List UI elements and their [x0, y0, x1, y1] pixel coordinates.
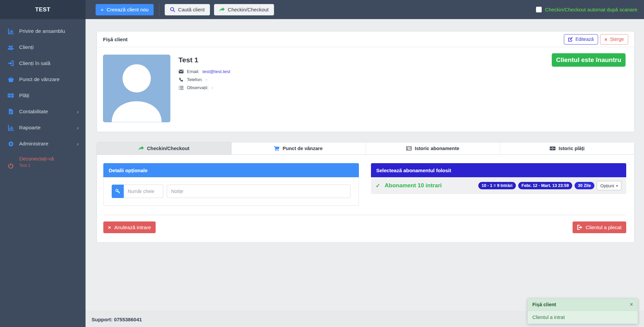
main-area: + Creează client nou Caută client Checki… — [86, 0, 644, 327]
optional-details-header: Detalii opționale — [103, 163, 359, 177]
notes-label: Observații: — [187, 85, 209, 90]
optional-details-panel: Detalii opționale — [103, 163, 359, 206]
caret-down-icon: ▾ — [616, 184, 618, 188]
sidebar-item-label: Punct de vânzare — [19, 76, 60, 82]
sidebar-item-clients-in-gym[interactable]: Clienți în sală — [0, 55, 86, 71]
avatar — [103, 55, 170, 122]
sign-in-icon — [7, 61, 15, 66]
sidebar-item-label: Plăți — [19, 92, 29, 99]
options-dropdown-button[interactable]: Opțiuni ▾ — [597, 181, 622, 190]
redo-arrow-icon — [139, 146, 144, 151]
tab-payment-history[interactable]: Istoric plăți — [500, 142, 634, 154]
auto-checkin-group: Checkin/Checkout automat după scanare — [536, 7, 637, 12]
chevron-left-icon: ‹ — [77, 125, 79, 131]
key-button[interactable] — [112, 185, 124, 198]
client-card-body: Test 1 Email: test@test.test — [97, 47, 634, 132]
divider — [103, 215, 626, 215]
sidebar: TEST Privire de ansamblu Clienți Clienți… — [0, 0, 86, 327]
basket-icon — [7, 77, 15, 82]
power-icon — [7, 157, 15, 175]
email-label: Email: — [187, 69, 200, 74]
tab-checkin-checkout[interactable]: Checkin/Checkout — [97, 142, 231, 154]
topbar: + Creează client nou Caută client Checki… — [86, 0, 644, 19]
close-icon: × — [604, 37, 607, 42]
search-client-button[interactable]: Caută client — [165, 4, 210, 15]
content: Fișă client Editează × Șterge — [86, 19, 644, 312]
topbar-divider — [159, 4, 159, 16]
days-badge: 30 Zile — [575, 182, 594, 189]
client-left-button[interactable]: Clientul a plecat — [573, 221, 626, 233]
sidebar-item-admin[interactable]: Administrare ‹ — [0, 136, 86, 152]
toast-message: Clientul a intrat — [528, 311, 638, 324]
auto-checkin-checkbox[interactable] — [536, 7, 542, 12]
sidebar-item-reports[interactable]: Rapoarte ‹ — [0, 120, 86, 136]
cart-icon — [274, 146, 279, 151]
support-text: Support: 0755386041 — [92, 317, 142, 322]
sidebar-item-clients[interactable]: Clienți — [0, 39, 86, 55]
id-card-icon — [406, 146, 412, 150]
edit-button[interactable]: Editează — [564, 34, 598, 45]
tab-subscription-history[interactable]: Istoric abonamente — [366, 142, 500, 154]
gear-icon — [7, 141, 15, 147]
sidebar-item-label: Administrare — [19, 141, 48, 147]
key-number-input[interactable] — [124, 185, 163, 198]
phone-value: - — [206, 77, 207, 82]
tab-pos[interactable]: Punct de vânzare — [231, 142, 366, 154]
brand-title: TEST — [0, 0, 86, 19]
sign-out-icon — [577, 225, 582, 230]
edit-icon — [568, 37, 573, 42]
search-icon — [170, 7, 175, 12]
sidebar-item-logout[interactable]: Deconectați-vă Test 1 — [0, 156, 86, 175]
sidebar-item-pos[interactable]: Punct de vânzare — [0, 71, 86, 87]
envelope-icon — [178, 70, 184, 73]
phone-row: Telefon: - — [178, 77, 230, 82]
subscription-panel: Selectează abonamentul folosit ✓ Aboname… — [371, 163, 627, 194]
notes-input[interactable] — [167, 185, 351, 198]
create-client-button[interactable]: + Creează client nou — [96, 4, 154, 15]
money-icon — [550, 146, 555, 150]
notification-toast: Fișă client × Clientul a intrat — [527, 298, 638, 324]
plus-icon: + — [101, 7, 104, 12]
chevron-left-icon: ‹ — [77, 141, 79, 147]
sidebar-item-label: Clienți — [19, 44, 34, 50]
bar-chart-icon — [7, 28, 15, 34]
file-icon — [7, 109, 15, 114]
check-icon: ✓ — [376, 182, 380, 189]
email-link[interactable]: test@test.test — [203, 69, 230, 74]
money-icon — [7, 93, 15, 97]
redo-arrow-icon — [219, 7, 225, 12]
sidebar-item-label: Privire de ansamblu — [19, 28, 65, 34]
sidebar-item-label: Contabilitate — [19, 109, 48, 115]
subscription-item[interactable]: ✓ Abonament 10 intrari 10 - 1 = 9 Intrăr… — [371, 177, 627, 194]
phone-label: Telefon: — [187, 77, 203, 82]
tab-bar: Checkin/Checkout Punct de vânzare Istori… — [97, 142, 634, 155]
page-title: Fișă client — [103, 37, 127, 42]
sidebar-item-accounting[interactable]: Contabilitate ‹ — [0, 104, 86, 120]
client-name: Test 1 — [178, 56, 230, 64]
sidebar-item-overview[interactable]: Privire de ansamblu — [0, 23, 86, 39]
status-badge: Clientul este înauntru — [552, 53, 626, 67]
logout-username: Test 1 — [19, 163, 54, 168]
tabs-card: Checkin/Checkout Punct de vânzare Istori… — [97, 142, 635, 243]
key-icon — [115, 189, 120, 194]
email-row: Email: test@test.test — [178, 69, 230, 74]
close-icon[interactable]: × — [630, 302, 633, 307]
close-icon: × — [108, 224, 111, 230]
subscription-header: Selectează abonamentul folosit — [371, 163, 627, 177]
users-icon — [7, 45, 15, 50]
notes-value: - — [212, 85, 213, 90]
list-icon — [178, 86, 184, 90]
delete-button[interactable]: × Șterge — [600, 34, 628, 45]
sidebar-item-payments[interactable]: Plăți — [0, 87, 86, 104]
toast-title: Fișă client — [532, 302, 556, 307]
checkin-checkout-button[interactable]: Checkin/Checkout — [214, 4, 274, 15]
phone-icon — [178, 77, 184, 82]
bar-chart-icon — [7, 125, 15, 131]
cancel-entry-button[interactable]: × Anulează intrare — [103, 221, 156, 233]
checkin-tab-content: Detalii opționale — [97, 155, 634, 242]
app-root: TEST Privire de ansamblu Clienți Clienți… — [0, 0, 644, 327]
auto-checkin-label: Checkin/Checkout automat după scanare — [545, 7, 637, 12]
sidebar-item-label: Clienți în sală — [19, 60, 50, 66]
client-card-header: Fișă client Editează × Șterge — [97, 31, 634, 47]
period-badge: Febr. 12 - Mart. 13 23:59 — [518, 182, 572, 189]
